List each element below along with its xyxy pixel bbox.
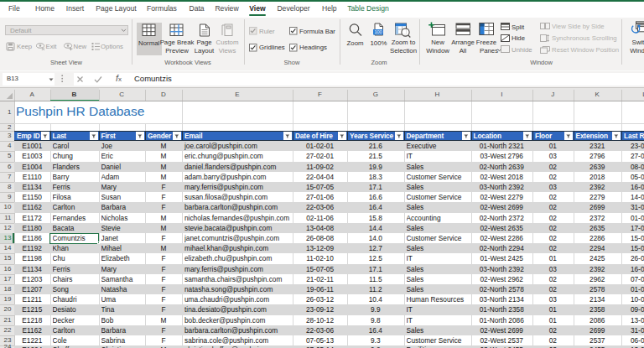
svg-text:100: 100 [374,29,382,34]
